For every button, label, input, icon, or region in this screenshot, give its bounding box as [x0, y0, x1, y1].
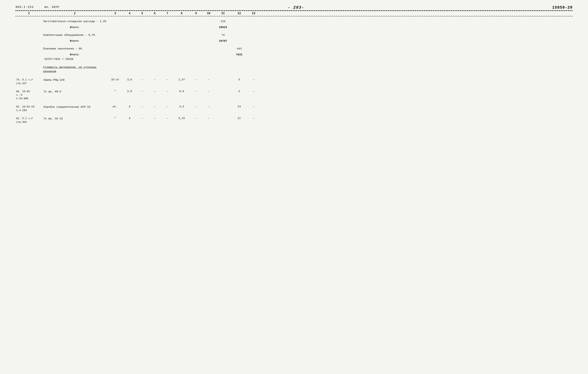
row-80-col8: 0,6 — [174, 90, 190, 93]
row-79-col10: – — [202, 78, 215, 81]
row-79-label: 79. П.I ч.У стр.327 — [15, 78, 42, 85]
section-row-3: Плановые накопления – 6% 443 — [15, 45, 573, 52]
row-80-col6: – — [148, 90, 161, 93]
row-82-col5: – — [136, 117, 148, 120]
row-80-col5: – — [136, 90, 148, 93]
row-79-col12: 5 — [231, 78, 247, 81]
row-82-col8: 5,I5 — [174, 117, 190, 120]
formula-line: I0707+783I = I8538 — [15, 58, 573, 61]
col-header-13: I3 — [247, 12, 260, 15]
page-header: 903-I-I53 Ал. ХХУП - 283- 15859-29 — [15, 5, 573, 10]
col-header-2: 2 — [42, 12, 107, 15]
row-79-col13: – — [247, 78, 260, 81]
sheet-label: Ал. ХХУП — [44, 5, 59, 9]
r1-col11: I26 — [215, 20, 231, 23]
row-81-col8: 3,5 — [174, 105, 190, 108]
row-79-col4: 3,6 — [123, 78, 136, 81]
row-81-label: 8I. 29-03-I9 п.4-I69 — [15, 105, 42, 112]
col-header-7: 7 — [161, 12, 174, 15]
row-80-col13: – — [247, 90, 260, 93]
row-81-desc: Коробки соединительные КСР-I6 — [42, 105, 107, 109]
row-81-col7: – — [161, 105, 174, 108]
row-81-col6: – — [148, 105, 161, 108]
col-header-5: 5 — [136, 12, 148, 15]
row-80-label: 80. I6-03 ч. П п.33-006 — [15, 90, 42, 100]
row-81-col13: – — [247, 105, 260, 108]
row-82-label: 82. П.I ч.У стр.354 — [15, 117, 42, 124]
row-79-col5: – — [136, 78, 148, 81]
row-82-unit: " — [107, 117, 123, 120]
col-header-8: 8 — [174, 12, 190, 15]
col-header-10: IO — [202, 12, 215, 15]
row-81-col9: – — [190, 105, 202, 108]
row-80-col7: – — [161, 90, 174, 93]
cost-header-row: Стоимость материалов, не учтенных ценник… — [15, 64, 573, 76]
row-82-desc: То же, СК-32 — [42, 117, 107, 121]
r1-col2: Заготовительно-складские расходы – I,2% — [42, 20, 107, 23]
row-80-col12: 2 — [231, 90, 247, 93]
col-header-12: I2 — [231, 12, 247, 15]
row-80-col10: – — [202, 90, 215, 93]
row-81-col12: I4 — [231, 105, 247, 108]
row-80-col4: 2,8 — [123, 90, 136, 93]
row-82-col7: – — [161, 117, 174, 120]
row-81-col5: – — [136, 105, 148, 108]
row-80-desc: То же, КМ-5 — [42, 90, 107, 94]
sep-3 — [15, 62, 573, 64]
row-79-desc: Лампы РНЦ-220 — [42, 78, 107, 82]
table-row: 82. П.I ч.У стр.354 То же, СК-32 " 4 – –… — [15, 114, 573, 125]
row-82-col6: – — [148, 117, 161, 120]
itogo-row-3: Итого: 783I — [15, 52, 573, 57]
row-82-col4: 4 — [123, 117, 136, 120]
page-number: - 283- — [288, 5, 304, 10]
row-81-col10: – — [202, 105, 215, 108]
col-header-6: 6 — [148, 12, 161, 15]
row-79-unit: IO шт — [107, 78, 123, 81]
col-header-4: 4 — [123, 12, 136, 15]
row-81-col4: 4 — [123, 105, 136, 108]
sep-1 — [15, 30, 573, 32]
row-80-unit: " — [107, 90, 123, 93]
table-row: 80. I6-03 ч. П п.33-006 То же, КМ-5 " 2,… — [15, 87, 573, 102]
row-79-col6: – — [148, 78, 161, 81]
row-80-col9: – — [190, 90, 202, 93]
sep-2 — [15, 43, 573, 45]
itogo-row-2: Итого: I0707 — [15, 38, 573, 43]
row-82-col12: 2I — [231, 117, 247, 120]
col-header-3: 3 — [107, 12, 123, 15]
itogo-row-1: Итого: I0633 — [15, 24, 573, 30]
row-79-col9: – — [190, 78, 202, 81]
row-79-col7: – — [161, 78, 174, 81]
row-82-col13: – — [247, 117, 260, 120]
doc-number: 15859-29 — [552, 5, 573, 10]
section-row-1: Заготовительно-складские расходы – I,2% … — [15, 16, 573, 24]
section-row-2: Комплектация оборудования – 0,7% 74 — [15, 32, 573, 38]
column-header-row: I 2 3 4 5 6 7 8 9 IO II I2 I3 — [15, 11, 573, 16]
row-82-col9: – — [190, 117, 202, 120]
row-82-col10: – — [202, 117, 215, 120]
doc-ref: 903-I-I53 — [15, 5, 34, 9]
table-row: 79. П.I ч.У стр.327 Лампы РНЦ-220 IO шт … — [15, 76, 573, 87]
row-81-unit: шт. — [107, 105, 123, 108]
table-row: 8I. 29-03-I9 п.4-I69 Коробки соединитель… — [15, 102, 573, 114]
col-header-9: 9 — [190, 12, 202, 15]
col-header-1: I — [15, 12, 42, 15]
col-header-11: II — [215, 12, 231, 15]
row-79-col8: I,47 — [174, 78, 190, 81]
page: 903-I-I53 Ал. ХХУП - 283- 15859-29 I 2 3… — [15, 5, 573, 125]
